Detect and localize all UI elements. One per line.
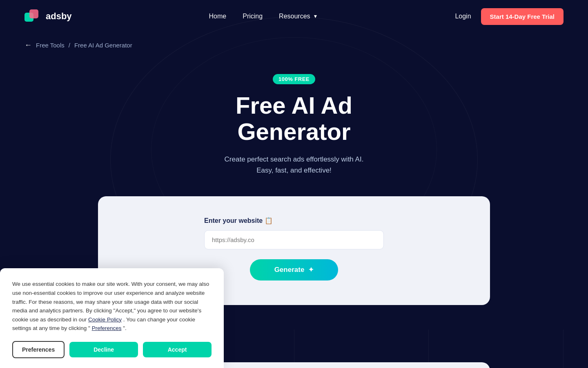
grid-line (563, 330, 564, 368)
decline-button[interactable]: Decline (69, 342, 138, 357)
cookie-preferences-link[interactable]: Preferences (92, 325, 122, 331)
hero-title-line1: Free AI Ad (236, 92, 352, 119)
login-link[interactable]: Login (455, 13, 471, 20)
free-badge: 100% FREE (273, 74, 315, 84)
cookie-text: We use essential cookies to make our sit… (12, 280, 212, 333)
website-label: Enter your website 📋 (204, 217, 384, 224)
accept-button[interactable]: Accept (143, 342, 212, 357)
preferences-button[interactable]: Preferences (12, 341, 65, 358)
nav-home[interactable]: Home (209, 13, 227, 20)
generate-sparkle-icon: ✦ (308, 266, 314, 274)
breadcrumb-separator: / (69, 42, 70, 49)
breadcrumb-current: Free AI Ad Generator (74, 42, 132, 49)
logo-text: adsby (46, 11, 72, 22)
nav-resources[interactable]: Resources ▼ (279, 13, 318, 20)
cookie-buttons: Preferences Decline Accept (12, 341, 212, 358)
hero-subtitle-line1: Create perfect search ads effortlessly w… (225, 155, 364, 163)
website-input[interactable] (204, 230, 384, 249)
cookie-banner: We use essential cookies to make our sit… (0, 268, 224, 368)
hero-title-line2: Generator (237, 118, 350, 145)
hero-subtitle: Create perfect search ads effortlessly w… (24, 154, 564, 176)
back-arrow-icon[interactable]: ← (24, 41, 32, 49)
generate-button[interactable]: Generate ✦ (250, 259, 339, 280)
cookie-text-3: ". (123, 325, 127, 331)
logo[interactable]: adsby (24, 8, 72, 25)
chevron-down-icon: ▼ (313, 13, 318, 19)
cookie-policy-link[interactable]: Cookie Policy (88, 316, 122, 323)
nav-right: Login Start 14-Day Free Trial (455, 8, 564, 25)
generate-label: Generate (274, 266, 305, 274)
svg-rect-1 (29, 9, 38, 18)
breadcrumb: ← Free Tools / Free AI Ad Generator (0, 33, 588, 58)
trial-button[interactable]: Start 14-Day Free Trial (481, 8, 564, 25)
nav-pricing[interactable]: Pricing (243, 13, 263, 20)
hero-subtitle-line2: Easy, fast, and effective! (256, 166, 332, 174)
navbar: adsby Home Pricing Resources ▼ Login Sta… (0, 0, 588, 33)
nav-resources-label[interactable]: Resources (279, 13, 310, 20)
breadcrumb-parent[interactable]: Free Tools (36, 42, 65, 49)
nav-links: Home Pricing Resources ▼ (209, 13, 318, 20)
hero-title: Free AI Ad Generator (24, 92, 564, 145)
